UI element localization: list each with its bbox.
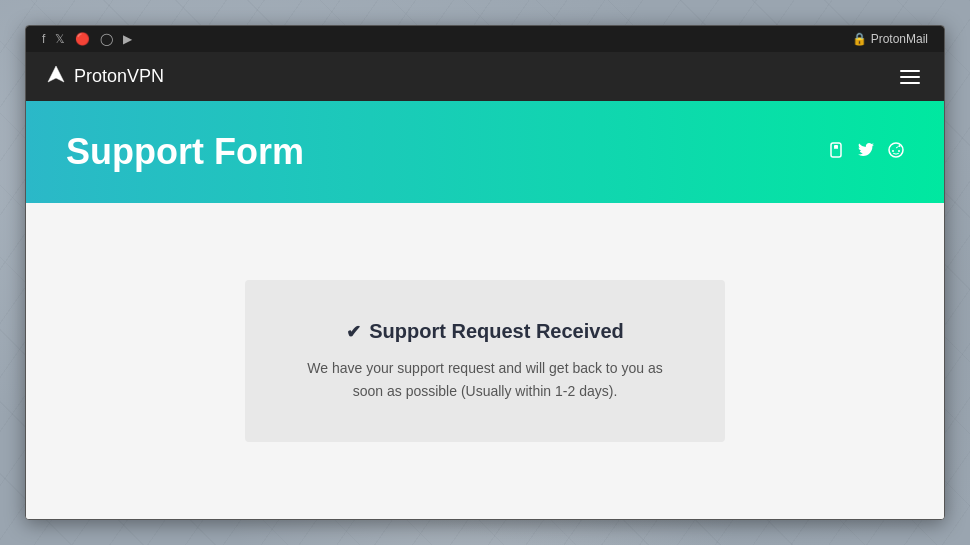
share-icons (828, 142, 904, 162)
page-title: Support Form (66, 131, 304, 173)
twitter-icon[interactable]: 𝕏 (55, 32, 65, 46)
logo-text: ProtonVPN (74, 66, 164, 87)
hamburger-button[interactable] (896, 66, 924, 88)
hero-banner: Support Form (26, 101, 944, 203)
logo-icon (46, 64, 66, 89)
instagram-icon[interactable]: ◯ (100, 32, 113, 46)
share-reddit-icon[interactable] (888, 142, 904, 162)
svg-line-8 (896, 147, 899, 149)
logo[interactable]: ProtonVPN (46, 64, 164, 89)
reddit-icon[interactable]: 🔴 (75, 32, 90, 46)
lock-icon: 🔒 (852, 32, 867, 46)
svg-rect-3 (834, 145, 838, 148)
success-message: We have your support request and will ge… (305, 357, 665, 402)
share-facebook-icon[interactable] (828, 142, 844, 162)
svg-point-7 (899, 145, 901, 147)
svg-marker-0 (48, 66, 64, 82)
top-bar: f 𝕏 🔴 ◯ ▶ 🔒 ProtonMail (26, 26, 944, 52)
protonmail-link[interactable]: 🔒 ProtonMail (852, 32, 928, 46)
navbar: ProtonVPN (26, 52, 944, 101)
browser-window: f 𝕏 🔴 ◯ ▶ 🔒 ProtonMail ProtonVPN (25, 25, 945, 520)
facebook-icon[interactable]: f (42, 32, 45, 46)
svg-point-5 (892, 150, 894, 152)
success-card: ✔ Support Request Received We have your … (245, 280, 725, 442)
success-title-text: Support Request Received (369, 320, 624, 343)
social-icons: f 𝕏 🔴 ◯ ▶ (42, 32, 132, 46)
main-content: ✔ Support Request Received We have your … (26, 203, 944, 519)
svg-point-4 (889, 143, 903, 157)
twitch-icon[interactable]: ▶ (123, 32, 132, 46)
share-twitter-icon[interactable] (858, 143, 874, 161)
protonmail-label: ProtonMail (871, 32, 928, 46)
success-title: ✔ Support Request Received (305, 320, 665, 343)
svg-point-6 (898, 150, 900, 152)
checkmark-icon: ✔ (346, 321, 361, 343)
